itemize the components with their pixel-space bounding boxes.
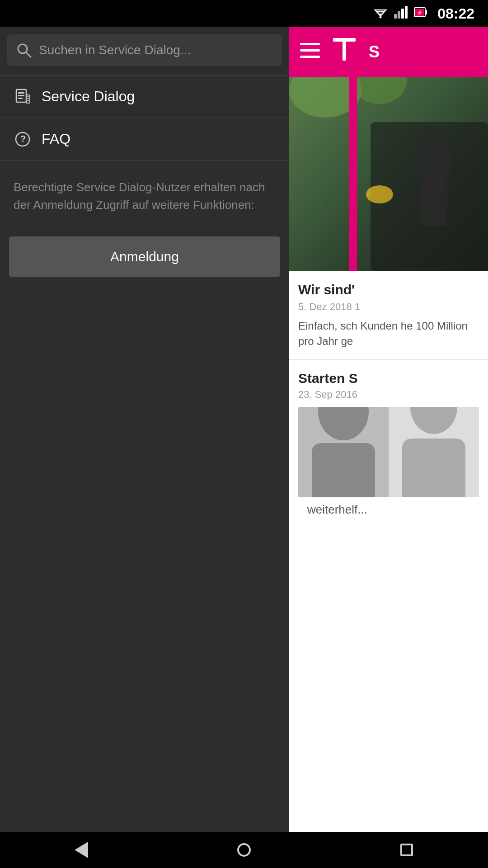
news-title-1: Wir sind' [298,282,479,297]
svg-rect-38 [402,439,465,497]
bottom-nav [0,832,488,868]
anmeldung-button[interactable]: Anmeldung [9,236,280,277]
news-content: Wir sind' 5. Dez 2018 1 Einfach, sch Kun… [289,271,488,832]
svg-rect-22 [300,49,320,52]
right-panel: S [289,27,488,832]
status-bar: ⚡ 08:22 [0,0,488,27]
recent-button[interactable] [389,832,425,868]
home-icon [237,843,251,857]
svg-point-30 [416,131,452,185]
news-thumbnail [298,407,479,497]
recent-icon [400,844,413,856]
svg-rect-13 [18,95,24,96]
help-circle-icon: ? [14,131,32,147]
thumb-inner [298,407,479,497]
news-item-2[interactable]: Starten S 23. Sep 2016 [289,360,488,528]
battery-icon: ⚡ [414,6,427,21]
person-1 [298,407,389,497]
svg-text:?: ? [20,134,26,144]
news-title-2: Starten S [298,371,479,386]
search-bar[interactable]: Suchen in Service Dialog... [7,34,282,66]
sidebar-item-service-dialog[interactable]: Service Dialog [0,75,289,118]
svg-text:⚡: ⚡ [417,9,423,16]
svg-rect-6 [425,10,427,14]
app-name: S [369,42,380,61]
back-icon [75,842,88,858]
info-block: Berechtigte Service Dialog-Nutzer erhalt… [0,160,289,227]
svg-point-32 [366,185,393,203]
nav-items: Service Dialog ? FAQ [0,75,289,160]
svg-rect-35 [312,443,375,497]
hamburger-icon[interactable] [300,42,320,62]
main-layout: Suchen in Service Dialog... [0,27,488,832]
news-excerpt-1: Einfach, sch Kunden he 100 Million pro J… [298,318,479,349]
telekom-logo [331,36,358,68]
faq-label: FAQ [42,131,70,147]
svg-rect-21 [300,43,320,45]
svg-rect-1 [394,14,397,19]
signal-icon [394,6,408,21]
news-date-1: 5. Dez 2018 1 [298,301,479,313]
wifi-icon [372,6,389,21]
news-item-1[interactable]: Wir sind' 5. Dez 2018 1 Einfach, sch Kun… [289,271,488,360]
document-icon [14,89,32,105]
sidebar-item-faq[interactable]: ? FAQ [0,118,289,160]
telekom-header: S [289,27,488,77]
info-text: Berechtigte Service Dialog-Nutzer erhalt… [14,179,276,214]
weiterhel-text: weiterhelf... [298,497,479,517]
news-date-2: 23. Sep 2016 [298,389,479,401]
svg-rect-23 [300,56,320,58]
service-dialog-label: Service Dialog [42,88,135,105]
drawer-panel: Suchen in Service Dialog... [0,27,289,832]
back-button[interactable] [63,832,99,868]
svg-rect-15 [26,95,30,103]
person-2 [389,407,479,497]
svg-rect-25 [343,38,346,61]
svg-rect-4 [405,6,408,19]
search-placeholder: Suchen in Service Dialog... [39,43,191,57]
svg-rect-2 [398,11,400,19]
svg-rect-14 [18,98,23,99]
svg-rect-31 [420,181,447,226]
telekom-stripe [349,77,357,271]
status-icons: ⚡ 08:22 [372,5,474,22]
hero-image-inner [289,77,488,271]
search-icon [16,42,32,58]
status-time: 08:22 [437,5,474,22]
svg-line-10 [26,52,31,57]
svg-rect-3 [401,9,404,19]
svg-rect-12 [18,92,24,94]
hero-image [289,77,488,271]
home-button[interactable] [226,832,262,868]
svg-point-0 [380,16,382,19]
